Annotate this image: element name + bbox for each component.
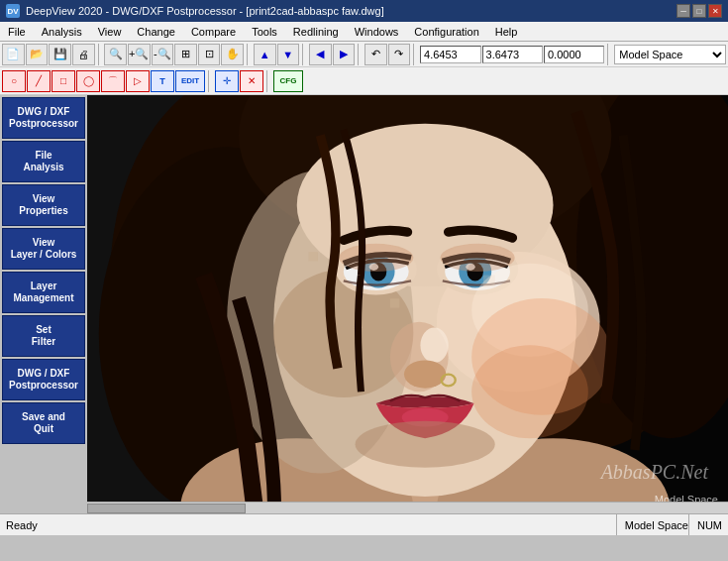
- menu-help[interactable]: Help: [487, 22, 526, 41]
- svg-point-19: [404, 360, 446, 388]
- zoom-fit-button[interactable]: ⊞: [174, 44, 197, 65]
- app-icon: DV: [6, 4, 20, 18]
- menu-windows[interactable]: Windows: [347, 22, 407, 41]
- zoom-window-button[interactable]: 🔍: [104, 44, 127, 65]
- arrow-tool[interactable]: ▷: [126, 70, 150, 92]
- redo-button[interactable]: ↷: [388, 44, 411, 65]
- ellipse-tool[interactable]: ○: [2, 70, 26, 92]
- svg-point-32: [440, 244, 514, 272]
- edit-tool[interactable]: EDIT: [175, 70, 205, 92]
- zoom-out-button[interactable]: -🔍: [152, 44, 174, 65]
- sep8: [266, 70, 270, 92]
- status-bar: Ready Model Space NUM: [0, 513, 728, 535]
- circle-tool[interactable]: ◯: [76, 70, 100, 92]
- delete-tool[interactable]: ✕: [240, 70, 263, 92]
- undo-button[interactable]: ↶: [364, 44, 387, 65]
- window-title: DeepView 2020 - DWG/DXF Postprocessor - …: [26, 5, 676, 17]
- new-button[interactable]: 📄: [2, 44, 25, 65]
- menu-analysis[interactable]: Analysis: [34, 22, 90, 41]
- model-space-select[interactable]: Model Space Paper Space: [614, 45, 726, 64]
- sep4: [358, 44, 362, 65]
- sep3: [302, 44, 306, 65]
- drawing-toolbar: ○ ╱ □ ◯ ⌒ ▷ T EDIT ✛ ✕ CFG: [0, 67, 728, 95]
- sidebar: DWG / DXFPostprocessor FileAnalysis View…: [0, 95, 87, 513]
- sep2: [247, 44, 251, 65]
- svg-rect-40: [390, 298, 399, 307]
- open-button[interactable]: 📂: [26, 44, 49, 65]
- menu-file[interactable]: File: [0, 22, 34, 41]
- pan-button[interactable]: ✋: [221, 44, 244, 65]
- close-button[interactable]: ✕: [708, 4, 722, 18]
- menu-redlining[interactable]: Redlining: [285, 22, 347, 41]
- sidebar-btn-dwg-dxf-bottom[interactable]: DWG / DXFPostprocessor: [2, 359, 85, 400]
- portrait-svg: [87, 95, 728, 513]
- svg-rect-39: [483, 276, 495, 287]
- sep6: [607, 44, 611, 65]
- zoom-all-button[interactable]: ⊡: [198, 44, 221, 65]
- sidebar-btn-layer-management[interactable]: LayerManagement: [2, 272, 85, 313]
- title-bar: DV DeepView 2020 - DWG/DXF Postprocessor…: [0, 0, 728, 22]
- sep5: [413, 44, 417, 65]
- menu-configuration[interactable]: Configuration: [406, 22, 486, 41]
- arc-tool[interactable]: ⌒: [101, 70, 125, 92]
- down-arrow-button[interactable]: ▼: [277, 44, 300, 65]
- print-button[interactable]: 🖨: [72, 44, 95, 65]
- coord-y-field[interactable]: 3.6473: [482, 46, 543, 63]
- sidebar-btn-view-properties[interactable]: ViewProperties: [2, 184, 85, 226]
- config-tool[interactable]: CFG: [273, 70, 303, 92]
- rect-tool[interactable]: □: [52, 70, 75, 92]
- left-arrow-button[interactable]: ◀: [309, 44, 332, 65]
- status-ready-text: Ready: [6, 519, 616, 531]
- horizontal-scrollbar[interactable]: [87, 502, 728, 513]
- sidebar-btn-dwg-dxf-top[interactable]: DWG / DXFPostprocessor: [2, 97, 85, 139]
- svg-point-37: [356, 421, 495, 468]
- sidebar-btn-view-layer-colors[interactable]: ViewLayer / Colors: [2, 228, 85, 270]
- svg-point-31: [339, 244, 413, 272]
- window-controls[interactable]: ─ □ ✕: [676, 4, 722, 18]
- menu-compare[interactable]: Compare: [183, 22, 244, 41]
- menu-bar: File Analysis View Change Compare Tools …: [0, 22, 728, 42]
- sidebar-btn-file-analysis[interactable]: FileAnalysis: [2, 141, 85, 182]
- menu-change[interactable]: Change: [129, 22, 183, 41]
- coord-x-field[interactable]: 4.6453: [420, 46, 480, 63]
- menu-view[interactable]: View: [90, 22, 130, 41]
- save-button[interactable]: 💾: [49, 44, 71, 65]
- sidebar-btn-set-filter[interactable]: SetFilter: [2, 315, 85, 357]
- canvas-area[interactable]: AbbasPC.Net Model Space: [87, 95, 728, 513]
- svg-point-36: [471, 345, 588, 438]
- minimize-button[interactable]: ─: [676, 4, 690, 18]
- maximize-button[interactable]: □: [692, 4, 706, 18]
- text-tool[interactable]: T: [151, 70, 174, 92]
- sep1: [98, 44, 102, 65]
- coordinate-toolbar: 📄 📂 💾 🖨 🔍 +🔍 -🔍 ⊞ ⊡ ✋ ▲ ▼ ◀ ▶ ↶ ↷ 4.6453…: [0, 42, 728, 67]
- svg-rect-38: [309, 252, 318, 261]
- menu-tools[interactable]: Tools: [244, 22, 285, 41]
- right-arrow-button[interactable]: ▶: [333, 44, 356, 65]
- up-arrow-button[interactable]: ▲: [254, 44, 276, 65]
- svg-point-18: [420, 328, 448, 363]
- status-num: NUM: [688, 514, 722, 535]
- line-tool[interactable]: ╱: [27, 70, 51, 92]
- sidebar-btn-save-quit[interactable]: Save andQuit: [2, 402, 85, 444]
- scrollbar-thumb[interactable]: [87, 504, 246, 513]
- move-tool[interactable]: ✛: [215, 70, 239, 92]
- zoom-in-button[interactable]: +🔍: [128, 44, 151, 65]
- sep7: [208, 70, 212, 92]
- main-area: DWG / DXFPostprocessor FileAnalysis View…: [0, 95, 728, 513]
- coord-z-field[interactable]: 0.0000: [544, 46, 604, 63]
- status-model-space: Model Space: [616, 514, 688, 535]
